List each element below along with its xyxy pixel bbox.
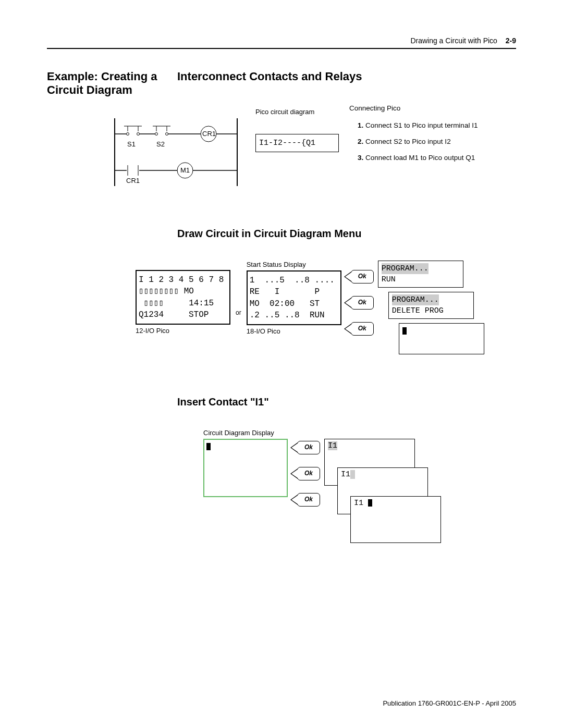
ok-button-2[interactable]: Ok	[351, 296, 374, 310]
menu-box-2: PROGRAM... DELETE PROG	[388, 292, 474, 319]
subtitle-draw: Draw Circuit in Circuit Diagram Menu	[177, 228, 516, 240]
pico-diagram-label: Pico circuit diagram	[255, 108, 339, 116]
section-title-right: Interconnect Contacts and Relays	[177, 70, 362, 97]
svg-point-10	[137, 132, 140, 135]
insert-box-3: I1	[350, 496, 441, 543]
menu-stack: PROGRAM... RUN PROGRAM... DELETE PROG	[378, 261, 472, 365]
start-status-label: Start Status Display	[247, 261, 341, 268]
label-s2: S2	[156, 140, 165, 148]
cursor-icon	[368, 499, 372, 507]
cursor-icon	[206, 443, 211, 450]
ok-button-insert-1[interactable]: Ok	[297, 441, 320, 454]
connecting-item-1: 1. Connect S1 to Pico input terminal I1	[358, 120, 480, 132]
lcd-12io-caption: 12-I/O Pico	[136, 327, 230, 335]
svg-point-9	[127, 132, 129, 135]
ok-button-3[interactable]: Ok	[351, 322, 374, 336]
cursor-icon	[402, 327, 407, 335]
pico-diagram-box: I1-I2----{Q1	[255, 134, 339, 152]
label-m1: M1	[180, 166, 190, 174]
circuit-diagram-display	[203, 439, 288, 497]
connecting-item-2: 2. Connect S2 to Pico input I2	[358, 136, 480, 148]
menu-box-1: PROGRAM... RUN	[378, 261, 463, 288]
svg-point-16	[166, 132, 168, 135]
circuit-diagram-display-label: Circuit Diagram Display	[203, 429, 516, 437]
or-text: or	[236, 309, 241, 316]
section-title-left: Example: Creating a Circuit Diagram	[47, 70, 177, 97]
page-header: Drawing a Circuit with Pico 2-9	[47, 36, 516, 49]
connecting-item-3: 3. Connect load M1 to Pico output Q1	[358, 152, 480, 164]
ladder-schematic: S1 S2 CR1 CR1 M1	[109, 118, 245, 196]
label-s1: S1	[127, 140, 136, 148]
lcd-12io: I 1 2 3 4 5 6 7 8 ▯▯▯▯▯▯▯▯ MO ▯▯▯▯ 14:15…	[136, 270, 230, 325]
ok-button-1[interactable]: Ok	[351, 270, 374, 283]
lcd-18io-caption: 18-I/O Pico	[247, 327, 341, 335]
connecting-pico-block: Connecting Pico 1. Connect S1 to Pico in…	[349, 103, 480, 168]
connecting-title: Connecting Pico	[349, 103, 480, 115]
status-screens-row: I 1 2 3 4 5 6 7 8 ▯▯▯▯▯▯▯▯ MO ▯▯▯▯ 14:15…	[136, 261, 516, 365]
svg-point-15	[155, 132, 158, 135]
menu-box-3	[399, 323, 484, 354]
ok-button-insert-3[interactable]: Ok	[297, 493, 320, 507]
pico-diagram-block: Pico circuit diagram I1-I2----{Q1	[255, 108, 339, 152]
chapter-title: Drawing a Circuit with Pico	[410, 36, 497, 45]
insert-contact-stack: I1 I1 I1	[324, 439, 439, 553]
insert-contact-row: Ok Ok Ok I1 I1 I1	[203, 439, 516, 553]
page-number: 2-9	[506, 36, 516, 45]
svg-rect-19	[127, 165, 139, 176]
lcd-18io: 1 ...5 ..8 .... RE I P MO 02:00 ST .2 ..…	[247, 270, 341, 326]
label-cr1-top: CR1	[202, 130, 216, 138]
publication-footer: Publication 1760-GR001C-EN-P - April 200…	[383, 699, 516, 707]
label-cr1-bottom: CR1	[126, 177, 140, 184]
subtitle-insert: Insert Contact "I1"	[177, 396, 516, 408]
ok-button-insert-2[interactable]: Ok	[297, 467, 320, 480]
